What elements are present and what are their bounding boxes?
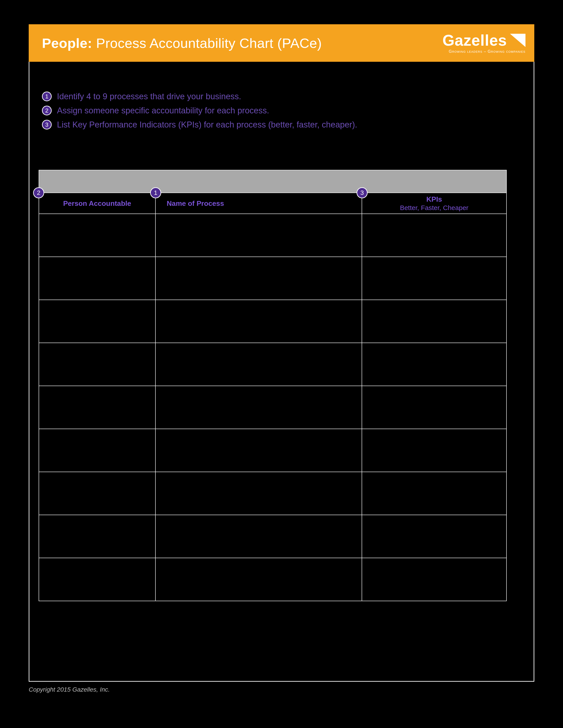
table-cell[interactable] <box>156 300 362 343</box>
table-row <box>39 558 507 601</box>
title-rest: Process Accountability Chart (PACe) <box>92 36 322 51</box>
instruction-row: 2 Assign someone specific accountability… <box>42 106 506 115</box>
table-row <box>39 429 507 472</box>
table-head: 2 1 3 Person Accountable Name of Process… <box>39 193 507 214</box>
instruction-row: 3 List Key Performance Indicators (KPIs)… <box>42 120 506 129</box>
table-cell[interactable] <box>156 214 362 257</box>
table-cell[interactable] <box>39 472 156 515</box>
table-cell[interactable] <box>39 429 156 472</box>
table-cell[interactable] <box>39 214 156 257</box>
instruction-text: Assign someone specific accountability f… <box>57 106 269 115</box>
logo-top: Gazelles <box>443 33 525 48</box>
table-cell[interactable] <box>362 214 507 257</box>
table-cell[interactable] <box>156 515 362 558</box>
table-cell[interactable] <box>39 343 156 386</box>
step-bullet-1: 1 <box>42 92 52 101</box>
th-person-accountable: Person Accountable <box>39 193 156 214</box>
table-cell[interactable] <box>156 386 362 429</box>
table-cell[interactable] <box>362 429 507 472</box>
th-kpis: KPIs Better, Faster, Cheaper <box>362 193 507 214</box>
step-bullet-3: 3 <box>42 120 52 129</box>
table-cell[interactable] <box>39 257 156 300</box>
table-row <box>39 257 507 300</box>
table-row <box>39 386 507 429</box>
table-cell[interactable] <box>39 300 156 343</box>
table-top-bar <box>39 170 507 193</box>
table-cell[interactable] <box>156 343 362 386</box>
instruction-text: Identify 4 to 9 processes that drive you… <box>57 92 241 101</box>
col-badge-1: 2 <box>33 187 44 198</box>
col-badge-2: 1 <box>150 187 161 198</box>
table-row <box>39 214 507 257</box>
table-row <box>39 472 507 515</box>
table-body <box>39 214 507 601</box>
th-kpis-sub: Better, Faster, Cheaper <box>400 204 468 212</box>
table-cell[interactable] <box>156 472 362 515</box>
th-name-of-process: Name of Process <box>156 193 362 214</box>
page-title: People: Process Accountability Chart (PA… <box>42 35 322 51</box>
logo-mark-icon <box>510 34 525 47</box>
table-cell[interactable] <box>39 386 156 429</box>
table-row <box>39 300 507 343</box>
table-cell[interactable] <box>156 429 362 472</box>
table-cell[interactable] <box>39 558 156 601</box>
logo: Gazelles Growing leaders – Growing compa… <box>443 33 525 53</box>
table-cell[interactable] <box>39 515 156 558</box>
th-kpis-top: KPIs <box>426 195 442 204</box>
pace-table: 2 1 3 Person Accountable Name of Process… <box>39 170 507 601</box>
table-cell[interactable] <box>156 257 362 300</box>
instruction-row: 1 Identify 4 to 9 processes that drive y… <box>42 92 506 101</box>
table-cell[interactable] <box>362 558 507 601</box>
step-bullet-2: 2 <box>42 106 52 115</box>
table-cell[interactable] <box>362 300 507 343</box>
table-row <box>39 515 507 558</box>
table-row <box>39 343 507 386</box>
copyright: Copyright 2015 Gazelles, Inc. <box>29 686 110 693</box>
table-cell[interactable] <box>362 472 507 515</box>
logo-text: Gazelles <box>443 33 507 48</box>
table-cell[interactable] <box>362 386 507 429</box>
instruction-text: List Key Performance Indicators (KPIs) f… <box>57 120 357 129</box>
header-bar: People: Process Accountability Chart (PA… <box>29 24 534 62</box>
table-cell[interactable] <box>362 515 507 558</box>
instructions: 1 Identify 4 to 9 processes that drive y… <box>42 92 506 134</box>
title-bold: People: <box>42 36 92 51</box>
table-cell[interactable] <box>362 257 507 300</box>
col-badge-3: 3 <box>357 187 368 198</box>
table-cell[interactable] <box>156 558 362 601</box>
table-cell[interactable] <box>362 343 507 386</box>
logo-tagline: Growing leaders – Growing companies <box>449 49 525 53</box>
